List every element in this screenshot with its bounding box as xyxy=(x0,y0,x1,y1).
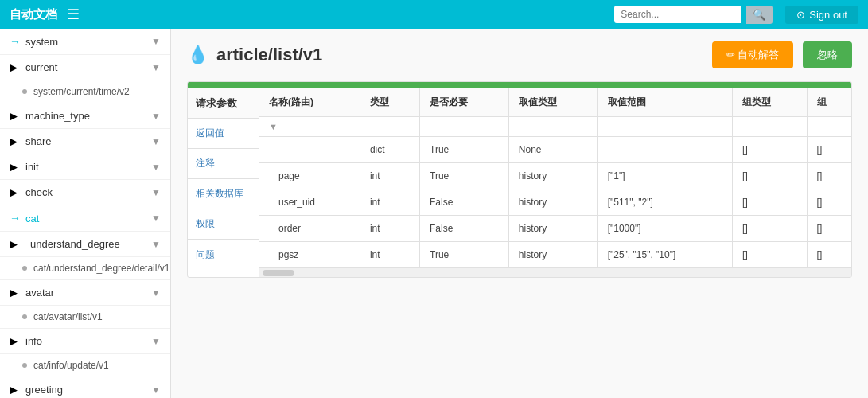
table-left-panel: 请求参数 返回值 注释 相关数据库 权限 问题 xyxy=(188,88,259,277)
api-table: 请求参数 返回值 注释 相关数据库 权限 问题 名称(路由) 类型 是否 xyxy=(187,81,852,278)
app-title: 自动文档 xyxy=(10,7,57,22)
search-button[interactable]: 🔍 xyxy=(746,6,773,24)
dot-icon xyxy=(22,314,27,319)
sidebar-item-check[interactable]: ▶ check ▼ xyxy=(0,180,170,205)
sidebar-item-label: system xyxy=(25,36,151,48)
sidebar-item-greeting[interactable]: ▶ greeting ▼ xyxy=(0,377,170,398)
cell-required: True xyxy=(420,163,509,189)
cell-group: [] xyxy=(807,189,851,216)
horizontal-scrollbar[interactable] xyxy=(259,267,851,277)
cell-value-type: None xyxy=(508,137,597,163)
cell-group: [] xyxy=(807,137,851,163)
chevron-down-icon: ▼ xyxy=(151,187,161,198)
sidebar-subitem-cat-avatar-list-v1[interactable]: cat/avatar/list/v1 xyxy=(0,306,170,329)
table-inner: 请求参数 返回值 注释 相关数据库 权限 问题 名称(路由) 类型 是否 xyxy=(188,88,851,277)
table-left-cell-comment[interactable]: 注释 xyxy=(188,149,259,179)
signout-button[interactable]: ⊙ Sign out xyxy=(785,6,858,24)
arrow-icon: → xyxy=(10,35,21,48)
sidebar-item-info[interactable]: ▶ info ▼ xyxy=(0,329,170,354)
chevron-down-icon: ▼ xyxy=(151,213,161,224)
sidebar-item-share[interactable]: ▶ share ▼ xyxy=(0,129,170,154)
sidebar-item-machine-type[interactable]: ▶ machine_type ▼ xyxy=(0,103,170,129)
cell-name xyxy=(259,137,360,163)
table-left-cell-return[interactable]: 返回值 xyxy=(188,119,259,149)
table-header-row: 名称(路由) 类型 是否必要 取值类型 取值范围 组类型 组 xyxy=(259,88,851,117)
page-actions: ✏ 自动解答 忽略 xyxy=(712,41,852,68)
spacer: ▶ xyxy=(10,287,25,298)
sidebar-item-label: greeting xyxy=(25,384,151,396)
table-row: order int False history ["1000"] [] [] xyxy=(259,216,851,242)
table-row: pgsz int True history ["25", "15", "10"]… xyxy=(259,242,851,268)
sidebar-item-label: machine_type xyxy=(25,110,151,122)
chevron-down-icon: ▼ xyxy=(151,62,161,73)
main-content: 💧 article/list/v1 ✏ 自动解答 忽略 请求参数 返回值 注释 … xyxy=(171,29,868,398)
cell-group-type: [] xyxy=(733,216,807,242)
sidebar-item-init[interactable]: ▶ init ▼ xyxy=(0,154,170,180)
table-row: dict True None [] [] xyxy=(259,137,851,163)
cell-name: pgsz xyxy=(259,242,360,268)
sidebar-item-label: cat xyxy=(25,213,151,224)
table-left-cell-problem[interactable]: 问题 xyxy=(188,240,259,270)
page-title: 💧 article/list/v1 xyxy=(187,45,322,65)
sidebar-subitem-cat-info-update-v1[interactable]: cat/info/update/v1 xyxy=(0,354,170,377)
table-left-cell-db[interactable]: 相关数据库 xyxy=(188,179,259,209)
sidebar-item-avatar[interactable]: ▶ avatar ▼ xyxy=(0,280,170,306)
page-header: 💧 article/list/v1 ✏ 自动解答 忽略 xyxy=(187,41,852,68)
cell-group-type: [] xyxy=(733,137,807,163)
ignore-button[interactable]: 忽略 xyxy=(803,41,852,68)
cell-type: int xyxy=(360,216,419,242)
chevron-down-icon: ▼ xyxy=(151,336,161,347)
cell-type: dict xyxy=(360,137,419,163)
cell-group-type: [] xyxy=(733,163,807,189)
cell-group-type: [] xyxy=(733,242,807,268)
sidebar-item-system[interactable]: → system ▼ xyxy=(0,29,170,55)
arrow-icon: → xyxy=(10,212,21,224)
cell-group-type: [] xyxy=(733,189,807,216)
sidebar-item-label: info xyxy=(25,335,151,347)
dot-icon xyxy=(22,363,27,368)
chevron-down-icon: ▼ xyxy=(151,384,161,396)
chevron-down-icon: ▼ xyxy=(151,287,161,298)
table-row: page int True history ["1"] [] [] xyxy=(259,163,851,189)
page-title-text: article/list/v1 xyxy=(216,45,322,65)
cell-group: [] xyxy=(807,242,851,268)
cell-value-range: ["1000"] xyxy=(597,216,732,242)
filter-icon[interactable]: ▼ xyxy=(269,122,278,131)
spacer: ▶ xyxy=(10,161,25,173)
auto-answer-button[interactable]: ✏ 自动解答 xyxy=(712,41,794,68)
col-name: 名称(路由) xyxy=(259,88,360,117)
spacer: ▶ xyxy=(10,110,25,122)
menu-icon[interactable]: ☰ xyxy=(67,6,80,23)
cell-group: [] xyxy=(807,216,851,242)
spacer: ▶ xyxy=(10,384,25,396)
cell-value-type: history xyxy=(508,163,597,189)
sidebar-subitem-cat-understand-degree-detail-v1[interactable]: cat/understand_degree/detail/v1 xyxy=(0,257,170,280)
cell-name: order xyxy=(259,216,360,242)
chevron-down-icon: ▼ xyxy=(151,162,161,173)
sidebar-item-label: init xyxy=(25,161,151,173)
table-left-cell-permission[interactable]: 权限 xyxy=(188,209,259,240)
sidebar-item-label: avatar xyxy=(25,287,151,298)
sidebar: → system ▼ ▶ current ▼ system/current/ti… xyxy=(0,29,171,398)
cell-group: [] xyxy=(807,163,851,189)
sidebar-item-label: current xyxy=(25,61,151,73)
spacer: ▶ xyxy=(10,135,25,147)
sidebar-item-cat[interactable]: → cat ▼ xyxy=(0,205,170,232)
dot-icon xyxy=(22,266,27,271)
layout: → system ▼ ▶ current ▼ system/current/ti… xyxy=(0,29,868,398)
chevron-down-icon: ▼ xyxy=(151,239,161,250)
scroll-thumb[interactable] xyxy=(263,270,294,276)
sidebar-item-understand-degree[interactable]: ▶ understand_degree ▼ xyxy=(0,232,170,257)
spacer: ▶ xyxy=(10,186,25,198)
cell-required: False xyxy=(420,216,509,242)
cell-value-range: ["1"] xyxy=(597,163,732,189)
cell-value-type: history xyxy=(508,216,597,242)
cell-value-type: history xyxy=(508,242,597,268)
sidebar-subitem-system-current-time-v2[interactable]: system/current/time/v2 xyxy=(0,80,170,103)
search-input[interactable] xyxy=(614,6,741,23)
page-title-icon: 💧 xyxy=(187,45,208,65)
col-group: 组 xyxy=(807,88,851,117)
sidebar-item-current[interactable]: ▶ current ▼ xyxy=(0,55,170,80)
cell-value-range: ["25", "15", "10"] xyxy=(597,242,732,268)
col-value-range: 取值范围 xyxy=(597,88,732,117)
